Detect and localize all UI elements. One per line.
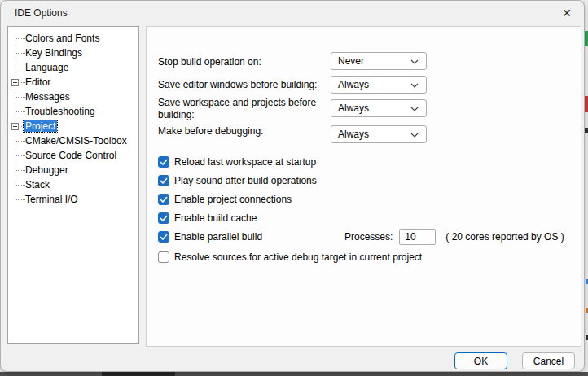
tree-connector <box>15 111 25 112</box>
tree-connector <box>15 38 25 39</box>
checked-checkbox-icon[interactable] <box>158 194 169 205</box>
checked-checkbox-icon[interactable] <box>158 231 169 243</box>
stop-build-value: Never <box>338 55 364 67</box>
sidebar-item-project[interactable]: Project <box>8 119 138 133</box>
close-button[interactable]: ✕ <box>555 3 579 23</box>
save-editor-value: Always <box>338 79 369 90</box>
checkbox-resolve-sources[interactable]: Resolve sources for active debug target … <box>158 251 422 264</box>
expand-plus-icon[interactable] <box>11 123 19 130</box>
ok-button[interactable]: OK <box>454 352 507 369</box>
options-category-tree: Colors and Fonts Key Bindings Language E… <box>7 26 139 344</box>
checkbox-project-connections[interactable]: Enable project connections <box>158 193 292 206</box>
stop-build-dropdown[interactable]: Never <box>331 52 427 70</box>
tree-connector <box>15 170 25 171</box>
sidebar-item-terminal-io[interactable]: Terminal I/O <box>8 192 138 207</box>
sidebar-item-source-code-control[interactable]: Source Code Control <box>8 148 138 163</box>
chevron-down-icon <box>410 59 419 64</box>
sidebar-item-cmake-cmsis-toolbox[interactable]: CMake/CMSIS-Toolbox <box>8 133 138 148</box>
check-icon <box>160 234 168 240</box>
chevron-down-icon <box>410 107 419 111</box>
save-editor-dropdown[interactable]: Always <box>331 76 427 94</box>
cancel-button[interactable]: Cancel <box>522 352 575 369</box>
make-before-debug-label: Make before debugging: <box>158 125 331 138</box>
save-workspace-dropdown[interactable]: Always <box>331 99 427 117</box>
tree-connector <box>15 141 25 142</box>
selected-tree-item: Project <box>24 120 57 132</box>
processes-row: Processes: ( 20 cores reported by OS ) <box>344 229 564 245</box>
checked-checkbox-icon[interactable] <box>158 175 169 186</box>
sidebar-item-troubleshooting[interactable]: Troubleshooting <box>8 104 138 119</box>
sidebar-item-debugger[interactable]: Debugger <box>8 163 138 177</box>
tree-connector <box>15 185 25 186</box>
check-icon <box>160 159 168 165</box>
sidebar-item-messages[interactable]: Messages <box>8 90 138 104</box>
tree-connector <box>15 155 25 156</box>
chevron-down-icon <box>410 133 419 138</box>
sidebar-item-language[interactable]: Language <box>8 60 138 75</box>
check-icon <box>160 215 168 221</box>
checked-checkbox-icon[interactable] <box>158 212 169 224</box>
dialog-title: IDE Options <box>15 7 68 19</box>
title-bar: IDE Options ✕ <box>1 1 584 25</box>
check-icon <box>160 177 168 184</box>
unchecked-checkbox-icon[interactable] <box>158 251 169 263</box>
sidebar-item-colors-and-fonts[interactable]: Colors and Fonts <box>8 31 138 46</box>
save-workspace-value: Always <box>338 103 369 114</box>
ide-options-dialog: IDE Options ✕ Colors and Fonts Key Bindi… <box>0 0 585 372</box>
checkbox-build-cache[interactable]: Enable build cache <box>158 212 257 225</box>
checked-checkbox-icon[interactable] <box>158 156 169 168</box>
project-options-panel: Stop build operation on: Never Save edit… <box>146 26 581 347</box>
background-right-green-sliver <box>585 31 588 46</box>
chevron-down-icon <box>410 83 419 88</box>
close-icon: ✕ <box>562 7 572 20</box>
check-icon <box>160 196 168 203</box>
background-right-dark-sliver <box>585 128 588 133</box>
sidebar-item-stack[interactable]: Stack <box>8 177 138 192</box>
cores-note: ( 20 cores reported by OS ) <box>445 231 564 243</box>
checkbox-reload-workspace[interactable]: Reload last workspace at startup <box>158 155 316 168</box>
background-bottom-bar <box>0 372 588 376</box>
sidebar-item-editor[interactable]: Editor <box>8 75 138 90</box>
tree-connector <box>15 97 25 98</box>
expand-plus-icon[interactable] <box>11 79 19 86</box>
tree-connector <box>15 53 25 54</box>
sidebar-item-key-bindings[interactable]: Key Bindings <box>8 46 138 60</box>
background-right-red-sliver <box>585 96 588 112</box>
checkbox-play-sound[interactable]: Play sound after build operations <box>158 174 317 187</box>
save-workspace-label: Save workspace and projects before build… <box>158 97 331 121</box>
processes-input[interactable] <box>399 229 436 245</box>
make-before-debug-dropdown[interactable]: Always <box>331 125 427 143</box>
processes-label: Processes: <box>344 231 393 243</box>
tree-connector <box>15 199 25 200</box>
make-before-debug-value: Always <box>338 129 369 140</box>
stop-build-label: Stop build operation on: <box>158 56 331 68</box>
tree-connector <box>15 68 25 68</box>
checkbox-parallel-build[interactable]: Enable parallel build <box>158 230 262 243</box>
save-editor-label: Save editor windows before building: <box>158 79 331 91</box>
